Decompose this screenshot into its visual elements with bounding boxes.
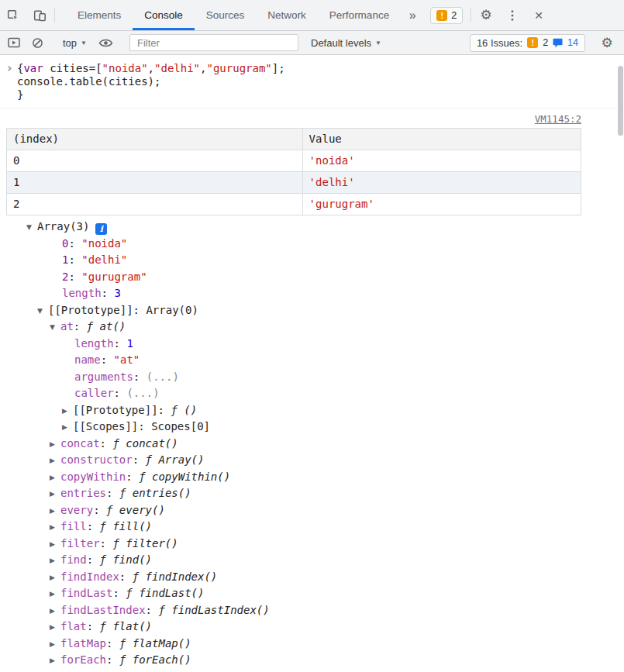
code-token: ,	[200, 62, 206, 74]
tab-elements[interactable]: Elements	[66, 0, 133, 30]
tree-row-copywithin[interactable]: ▶copyWithin: ƒ copyWithin()	[0, 469, 617, 486]
property-value: ƒ flat()	[100, 620, 152, 632]
expand-toggle-icon[interactable]: ▶	[50, 586, 60, 603]
tree-row-prototype[interactable]: ▼[[Prototype]]: Array(0)	[0, 302, 617, 319]
close-devtools-button[interactable]: ✕	[526, 0, 552, 30]
live-expression-button[interactable]	[95, 33, 116, 53]
tree-row-0[interactable]: 0: "noida"	[0, 236, 617, 253]
tree-row-length[interactable]: length: 1	[0, 336, 617, 353]
property-value: ƒ findLast()	[126, 587, 204, 599]
tree-row-findindex[interactable]: ▶findIndex: ƒ findIndex()	[0, 569, 617, 586]
column-header[interactable]: (index)	[7, 129, 303, 150]
tree-row-root[interactable]: ▼Array(3)i	[0, 219, 617, 236]
tab-network[interactable]: Network	[256, 0, 318, 30]
scrollbar-thumb[interactable]	[618, 66, 623, 136]
expand-toggle-icon[interactable]: ▼	[26, 219, 37, 236]
console-input-line: }	[17, 88, 285, 102]
tree-row-prototype[interactable]: ▶[[Prototype]]: ƒ ()	[0, 402, 617, 419]
tree-row-at[interactable]: ▼at: ƒ at()	[0, 319, 617, 336]
tab-performance[interactable]: Performance	[318, 0, 401, 30]
context-selector[interactable]: top ▼	[57, 37, 93, 49]
expand-toggle-icon[interactable]: ▶	[50, 536, 60, 553]
expand-toggle-icon[interactable]: ▶	[50, 603, 60, 620]
console-settings-button[interactable]: ⚙	[596, 33, 618, 53]
tree-row-constructor[interactable]: ▶constructor: ƒ Array()	[0, 452, 617, 469]
property-name: entries	[60, 487, 106, 499]
property-value: ƒ at()	[87, 320, 126, 333]
result-tree: ▼Array(3)i 0: "noida"1: "delhi"2: "gurug…	[0, 219, 617, 669]
clear-console-button[interactable]	[26, 33, 48, 53]
console-toolbar: top ▼ Default levels ▼ 16 Issues: ! 2 14	[0, 31, 624, 55]
expand-toggle-icon[interactable]: ▶	[62, 403, 73, 420]
vertical-scrollbar[interactable]	[617, 56, 624, 672]
inspect-element-button[interactable]	[0, 0, 26, 30]
property-name: flatMap	[60, 637, 106, 650]
source-link[interactable]: VM1145:2	[535, 113, 581, 125]
devtools-window: ElementsConsoleSourcesNetworkPerformance…	[0, 0, 624, 55]
tree-row-flatmap[interactable]: ▶flatMap: ƒ flatMap()	[0, 636, 617, 653]
property-value: ƒ flatMap()	[119, 637, 191, 650]
expand-toggle-icon[interactable]: ▶	[50, 436, 60, 453]
divider	[471, 8, 471, 22]
tree-row-flat[interactable]: ▶flat: ƒ flat()	[0, 619, 617, 636]
expand-toggle-icon[interactable]: ▶	[62, 419, 73, 436]
tree-row-every[interactable]: ▶every: ƒ every()	[0, 502, 617, 519]
expand-toggle-icon[interactable]: ▶	[50, 653, 60, 670]
expand-toggle-icon[interactable]: ▶	[50, 503, 60, 520]
table-row: 0'noida'	[7, 150, 581, 172]
expand-toggle-icon[interactable]: ▶	[50, 453, 60, 470]
tab-console[interactable]: Console	[133, 0, 195, 30]
filter-input[interactable]	[129, 34, 298, 51]
gear-icon: ⚙	[601, 36, 612, 50]
log-levels-selector[interactable]: Default levels ▼	[305, 37, 388, 49]
tree-row-entries[interactable]: ▶entries: ƒ entries()	[0, 485, 617, 502]
device-toolbar-button[interactable]	[26, 0, 53, 30]
key-value-separator: :	[133, 304, 147, 316]
tree-row-findlast[interactable]: ▶findLast: ƒ findLast()	[0, 585, 617, 602]
expand-toggle-icon[interactable]: ▶	[50, 519, 60, 536]
property-name: filter	[60, 537, 100, 550]
chevron-down-icon: ▼	[375, 40, 381, 47]
value-cell: 'gurugram'	[302, 194, 581, 215]
tree-row-findlastindex[interactable]: ▶findLastIndex: ƒ findLastIndex()	[0, 602, 617, 619]
tree-row-fill[interactable]: ▶fill: ƒ fill()	[0, 519, 617, 536]
key-value-separator: :	[146, 604, 159, 616]
tree-row-concat[interactable]: ▶concat: ƒ concat()	[0, 436, 617, 453]
value-cell: 'delhi'	[302, 172, 581, 194]
console-input-line: console.table(cities);	[17, 75, 285, 88]
column-header[interactable]: Value	[302, 129, 581, 150]
key-value-separator: :	[126, 470, 139, 483]
expand-toggle-icon[interactable]: ▶	[50, 470, 60, 487]
tree-row-find[interactable]: ▶find: ƒ find()	[0, 552, 617, 569]
key-value-separator: :	[87, 553, 100, 566]
tree-row-scopes[interactable]: ▶[[Scopes]]: Scopes[0]	[0, 419, 617, 436]
tab-sources[interactable]: Sources	[195, 0, 257, 30]
settings-button[interactable]: ⚙	[473, 0, 499, 30]
tree-row-length[interactable]: length: 3	[0, 285, 617, 302]
tree-row-caller[interactable]: caller: (...)	[0, 385, 617, 402]
issues-summary-button[interactable]: 16 Issues: ! 2 14	[470, 34, 585, 52]
tree-row-arguments[interactable]: arguments: (...)	[0, 369, 617, 386]
expand-toggle-icon[interactable]: ▼	[50, 319, 60, 336]
expand-toggle-icon[interactable]: ▶	[50, 636, 60, 653]
code-token: "gurugram"	[207, 62, 272, 74]
key-value-separator: :	[138, 420, 151, 432]
tree-row-name[interactable]: name: "at"	[0, 352, 617, 369]
console-sidebar-toggle-button[interactable]	[3, 33, 25, 53]
expand-toggle-icon[interactable]: ▼	[37, 303, 48, 320]
tree-row-filter[interactable]: ▶filter: ƒ filter()	[0, 536, 617, 553]
customize-menu-button[interactable]: ⋮	[499, 0, 526, 30]
more-tabs-button[interactable]: »	[401, 0, 424, 30]
property-value: ƒ copyWithin()	[139, 470, 230, 483]
expand-toggle-icon[interactable]: ▶	[50, 553, 60, 570]
property-value: (...)	[147, 370, 179, 383]
expand-toggle-icon[interactable]: ▶	[50, 619, 60, 636]
property-value: ƒ findIndex()	[133, 570, 218, 583]
tree-row-2[interactable]: 2: "gurugram"	[0, 269, 617, 286]
issues-badge[interactable]: ! 2	[430, 7, 463, 24]
tree-row-1[interactable]: 1: "delhi"	[0, 252, 617, 269]
tree-row-foreach[interactable]: ▶forEach: ƒ forEach()	[0, 652, 617, 669]
expand-toggle-icon[interactable]: ▶	[50, 570, 60, 587]
expand-toggle-icon[interactable]: ▶	[50, 486, 60, 503]
code-token: cities=[	[43, 62, 102, 74]
